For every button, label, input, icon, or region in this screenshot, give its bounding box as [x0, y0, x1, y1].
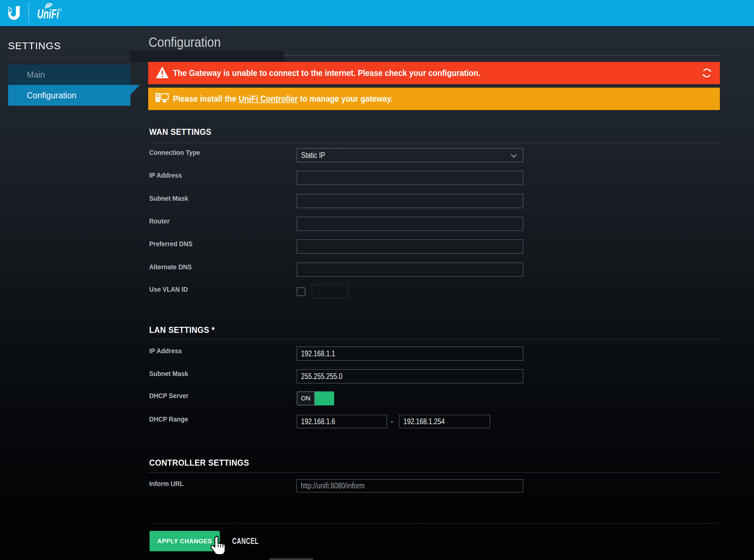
svg-text:UniFi: UniFi: [37, 6, 59, 19]
